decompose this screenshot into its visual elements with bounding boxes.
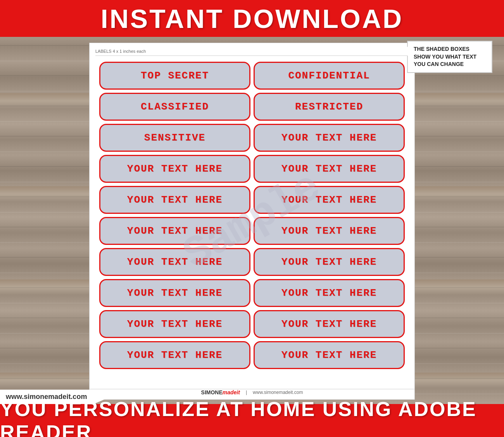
label-item-left-1: CLASSIFIED [99,93,250,121]
label-item-left-5: YOUR TEXT HERE [99,217,250,245]
label-item-left-0: TOP SECRET [99,62,250,90]
website-url: www.simonemadeit.com [6,393,87,401]
label-text-left-8: YOUR TEXT HERE [127,318,223,330]
label-text-left-0: TOP SECRET [141,70,209,82]
footer-divider: | [246,390,247,395]
label-item-left-2: SENSITIVE [99,124,250,152]
label-item-right-1: RESTRICTED [254,93,405,121]
tooltip-arrow [401,47,408,56]
label-item-right-3: YOUR TEXT HERE [254,155,405,183]
label-item-left-7: YOUR TEXT HERE [99,279,250,307]
label-text-left-4: YOUR TEXT HERE [127,194,223,206]
label-text-left-6: YOUR TEXT HERE [127,256,223,268]
label-item-left-4: YOUR TEXT HERE [99,186,250,214]
label-item-right-5: YOUR TEXT HERE [254,217,405,245]
label-text-right-1: RESTRICTED [295,101,363,113]
label-text-right-2: YOUR TEXT HERE [281,132,377,144]
label-text-right-5: YOUR TEXT HERE [281,225,377,237]
footer-brand: SIMONEmadeit [201,389,240,395]
tooltip-text: THE SHADED BOXES SHOW YOU WHAT TEXT YOU … [414,46,476,67]
label-text-right-6: YOUR TEXT HERE [281,256,377,268]
footer-url: www.simonemadeit.com [253,390,303,395]
label-text-left-5: YOUR TEXT HERE [127,225,223,237]
label-text-right-3: YOUR TEXT HERE [281,163,377,175]
label-text-right-7: YOUR TEXT HERE [281,287,377,299]
website-badge: www.simonemadeit.com [0,390,110,404]
label-item-right-8: YOUR TEXT HERE [254,310,405,338]
label-text-left-7: YOUR TEXT HERE [127,287,223,299]
label-item-left-3: YOUR TEXT HERE [99,155,250,183]
sheet-header: LABELS 4 x 1 inches each [95,49,409,56]
tooltip-box: THE SHADED BOXES SHOW YOU WHAT TEXT YOU … [407,41,492,73]
label-item-right-6: YOUR TEXT HERE [254,248,405,276]
label-item-right-2: YOUR TEXT HERE [254,124,405,152]
label-item-right-9: YOUR TEXT HERE [254,341,405,369]
label-text-left-3: YOUR TEXT HERE [127,163,223,175]
label-text-left-2: SENSITIVE [144,132,205,144]
label-text-right-9: YOUR TEXT HERE [281,349,377,361]
label-info: LABELS 4 x 1 inches each [95,49,146,54]
label-text-right-0: CONFIDENTIAL [288,70,370,82]
label-item-right-4: YOUR TEXT HERE [254,186,405,214]
label-sheet: LABELS 4 x 1 inches each TOP SECRETCONFI… [89,43,415,400]
label-text-left-9: YOUR TEXT HERE [127,349,223,361]
label-text-left-1: CLASSIFIED [141,101,209,113]
sheet-footer: SIMONEmadeit | www.simonemadeit.com [90,389,414,395]
top-banner-text: INSTANT DOWNLOAD [101,3,403,34]
label-text-right-4: YOUR TEXT HERE [281,194,377,206]
label-item-left-8: YOUR TEXT HERE [99,310,250,338]
label-item-right-7: YOUR TEXT HERE [254,279,405,307]
labels-grid: TOP SECRETCONFIDENTIALCLASSIFIEDRESTRICT… [95,60,409,371]
top-banner: INSTANT DOWNLOAD [0,0,504,37]
label-item-left-6: YOUR TEXT HERE [99,248,250,276]
label-item-left-9: YOUR TEXT HERE [99,341,250,369]
label-text-right-8: YOUR TEXT HERE [281,318,377,330]
label-item-right-0: CONFIDENTIAL [254,62,405,90]
bottom-banner: YOU PERSONALIZE AT HOME USING ADOBE READ… [0,404,504,437]
